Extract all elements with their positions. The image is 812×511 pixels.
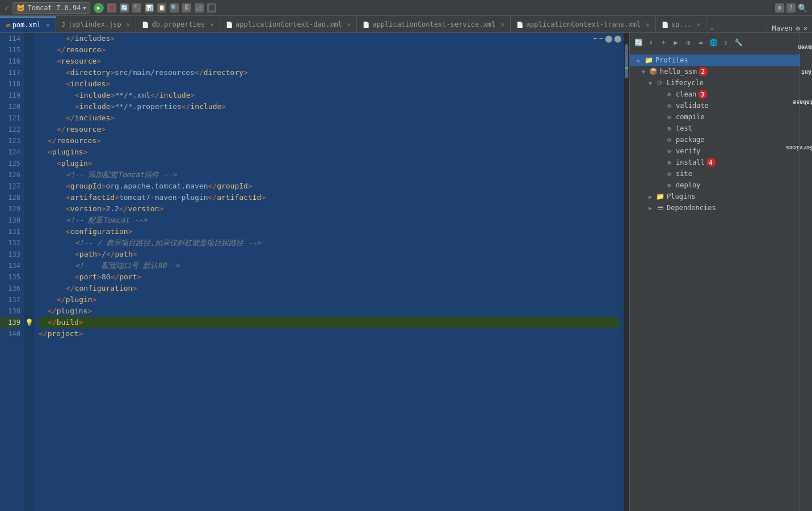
install-badge: 4 <box>706 158 716 167</box>
maven-tree-clean[interactable]: ⚙ clean 3 <box>630 89 800 100</box>
maven-globe-button[interactable]: 🌐 <box>708 37 718 48</box>
database-button[interactable]: 🗄 <box>182 3 191 12</box>
tab-dao-close[interactable]: ✕ <box>347 21 351 28</box>
plugins-folder-icon: 📁 <box>655 192 665 201</box>
editor-action-1[interactable]: ⬅ <box>593 35 597 43</box>
gutter-127 <box>24 181 34 192</box>
maven-tree-deploy[interactable]: ⚙ deploy <box>630 179 800 191</box>
tab-jsp-close[interactable]: ✕ <box>127 21 131 28</box>
plugins-label: Plugins <box>667 192 696 200</box>
search-icon[interactable]: 🔍 <box>798 3 807 12</box>
editor-action-3[interactable]: ⬤ <box>605 35 612 43</box>
tab-svc-close[interactable]: ✕ <box>500 21 504 28</box>
tab-sp-close[interactable]: ✕ <box>697 21 701 28</box>
tab-trans-label: applicationContext-trans.xml <box>526 20 641 28</box>
maven-panel: 🔄 ⬇ + ▶ m ⇌ 🌐 ↕ 🔧 ▶ 📁 Profiles ▼ � <box>629 33 800 511</box>
main-layout: 114 115 116 117 118 119 120 121 122 123 … <box>0 33 812 511</box>
maven-skip-button[interactable]: m <box>683 37 693 48</box>
restservices-side-tab[interactable]: RestServices <box>782 141 812 154</box>
help-icon[interactable]: ? <box>786 3 796 12</box>
tab-overflow-button[interactable]: » <box>706 25 717 32</box>
tab-db-close[interactable]: ✕ <box>210 21 214 28</box>
right-panel-icons: Maven Ant Database RestServices <box>800 33 812 511</box>
tab-pom-label: pom.xml <box>12 21 41 29</box>
maven-tree-test[interactable]: ⚙ test <box>630 123 800 134</box>
maven-tree-install[interactable]: ⚙ install 4 <box>630 157 800 168</box>
code-line-117: <directory>src/main/resources</directory… <box>39 67 619 78</box>
code-line-121: </includes> <box>39 112 619 124</box>
validate-label: validate <box>676 102 709 110</box>
maven-toggle-button[interactable]: ⇌ <box>696 37 706 48</box>
profile-button[interactable]: 📋 <box>157 3 166 12</box>
tab-trans-close[interactable]: ✕ <box>646 21 650 28</box>
vcs-button[interactable]: ⎇ <box>195 3 204 12</box>
line-numbers: 114 115 116 117 118 119 120 121 122 123 … <box>0 33 24 511</box>
maven-add-button[interactable]: + <box>658 37 668 48</box>
analyze-button[interactable]: 🔍 <box>170 3 179 12</box>
maven-tree-compile[interactable]: ⚙ compile <box>630 111 800 123</box>
dependencies-label: Dependencies <box>667 204 716 212</box>
maven-run-button[interactable]: ▶ <box>671 37 681 48</box>
maven-refresh-button[interactable]: 🔄 <box>633 37 643 48</box>
tab-jsp-label: jsp\index.jsp <box>68 20 121 28</box>
reload-button[interactable]: 🔄 <box>120 3 129 12</box>
maven-tree-site[interactable]: ⚙ site <box>630 168 800 179</box>
editor-scrollbar[interactable] <box>624 33 629 511</box>
profiles-expand-icon[interactable]: ▶ <box>634 57 643 64</box>
gutter-118 <box>24 78 34 90</box>
maven-wrench-button[interactable]: 🔧 <box>733 37 743 48</box>
maven-tree-plugins[interactable]: ▶ 📁 Plugins <box>630 191 800 202</box>
gutter-124 <box>24 146 34 158</box>
maven-side-tab[interactable]: Maven <box>794 41 812 53</box>
code-editor[interactable]: 114 115 116 117 118 119 120 121 122 123 … <box>0 33 629 511</box>
code-line-118: <includes> <box>39 78 619 90</box>
ant-side-tab[interactable]: Ant <box>797 66 812 78</box>
maven-tree-package[interactable]: ⚙ package <box>630 134 800 145</box>
coverage-button[interactable]: 📊 <box>145 3 154 12</box>
code-content[interactable]: </includes> </resource> <resource> <dire… <box>34 33 624 511</box>
clean-gear-icon: ⚙ <box>664 90 674 99</box>
plugins-expand-icon[interactable]: ▶ <box>646 194 655 200</box>
maven-tree-validate[interactable]: ⚙ validate <box>630 100 800 111</box>
tab-svc-icon: 📄 <box>363 22 369 28</box>
terminal-button[interactable]: ⬛ <box>207 3 216 12</box>
settings-icon[interactable]: ⚙ <box>775 3 784 12</box>
code-line-120: <include>**/*.properties</include> <box>39 101 619 112</box>
scrollbar-thumb[interactable] <box>625 44 628 78</box>
lifecycle-expand-icon[interactable]: ▼ <box>646 80 655 86</box>
tab-pom-xml[interactable]: m pom.xml ✕ <box>0 16 56 32</box>
tab-db-properties[interactable]: 📄 db.properties ✕ <box>136 16 220 32</box>
maven-close-icon[interactable]: ✕ <box>803 24 807 32</box>
maven-tree-lifecycle[interactable]: ▼ ⟳ Lifecycle <box>630 77 800 89</box>
maven-tree-hello-ssm[interactable]: ▼ 📦 hello_ssm 2 <box>630 66 800 77</box>
gutter-130 <box>24 215 34 226</box>
maven-settings-icon[interactable]: ⚙ <box>796 24 800 32</box>
tab-sp[interactable]: 📄 sp... ✕ <box>656 16 707 32</box>
hello-ssm-expand-icon[interactable]: ▼ <box>639 69 648 75</box>
maven-download-button[interactable]: ⬇ <box>646 37 656 48</box>
tab-app-ctx-service[interactable]: 📄 applicationContext-service.xml ✕ <box>357 16 510 32</box>
install-gear-icon: ⚙ <box>664 158 674 167</box>
tab-app-ctx-dao[interactable]: 📄 applicationContext-dao.xml ✕ <box>220 16 357 32</box>
maven-collapse-button[interactable]: ↕ <box>721 37 731 48</box>
gutter-132 <box>24 237 34 249</box>
gutter-129 <box>24 203 34 215</box>
database-side-tab[interactable]: Database <box>789 96 812 108</box>
maven-tree-verify[interactable]: ⚙ verify <box>630 145 800 157</box>
tab-pom-close[interactable]: ✕ <box>46 22 50 29</box>
tab-jsp-index[interactable]: J jsp\index.jsp ✕ <box>56 16 137 32</box>
verify-gear-icon: ⚙ <box>664 146 674 156</box>
maven-toolbar-left: 🔄 ⬇ + ▶ m ⇌ 🌐 ↕ 🔧 <box>633 37 743 48</box>
run-button[interactable]: ▶ <box>94 3 104 13</box>
build-button[interactable]: 🔨 <box>132 3 141 12</box>
maven-tree-dependencies[interactable]: ▶ 🗃 Dependencies <box>630 202 800 213</box>
package-gear-icon: ⚙ <box>664 135 674 144</box>
dependencies-expand-icon[interactable]: ▶ <box>646 205 655 211</box>
editor-action-4[interactable]: ⬤ <box>614 35 621 43</box>
stop-button[interactable]: ⏹ <box>107 3 116 12</box>
tomcat-selector[interactable]: 🐱 Tomcat 7.0.94 ▼ <box>12 2 90 14</box>
maven-tree-profiles[interactable]: ▶ 📁 Profiles <box>630 55 800 66</box>
tab-app-ctx-trans[interactable]: 📄 applicationContext-trans.xml ✕ <box>511 16 656 32</box>
editor-action-2[interactable]: ⬅ <box>599 35 603 43</box>
tabs-bar: m pom.xml ✕ J jsp\index.jsp ✕ 📄 db.prope… <box>0 16 812 33</box>
